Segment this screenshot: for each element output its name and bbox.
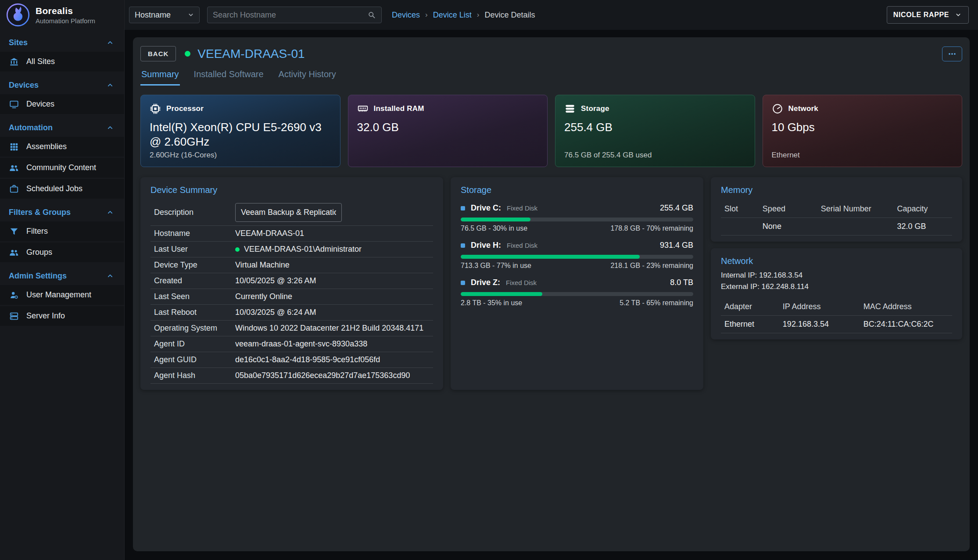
sidebar-section-sites[interactable]: Sites (0, 33, 124, 52)
hostname-filter-value: Hostname (135, 11, 171, 20)
drive-type: Fixed Disk (506, 279, 537, 286)
drive-usage-bar (461, 292, 693, 296)
sidebar-item-assemblies[interactable]: Assemblies (0, 137, 124, 157)
stat-cards-row: Processor Intel(R) Xeon(R) CPU E5-2690 v… (140, 95, 962, 167)
table-row: Description (150, 200, 433, 226)
chevron-up-icon (106, 208, 115, 217)
sidebar-section-devices[interactable]: Devices (0, 76, 124, 94)
row-value: Virtual Machine (235, 260, 290, 270)
sidebar-nav: Sites All Sites Devices Devices (0, 30, 124, 326)
back-button[interactable]: BACK (140, 46, 176, 61)
drive-usage-fill (461, 255, 640, 259)
sidebar-item-filters[interactable]: Filters (0, 221, 124, 241)
drive-usage-bar (461, 218, 693, 221)
borealis-logo-icon (6, 3, 30, 27)
topbar: Hostname Devices › Device List › Device … (125, 0, 978, 30)
sidebar-item-label: Filters (26, 227, 48, 236)
drive-icon (461, 206, 465, 210)
row-label: Agent GUID (154, 355, 235, 364)
brand-subtitle: Automation Platform (36, 17, 95, 25)
table-header-row: Adapter IP Address MAC Address (721, 298, 952, 316)
memory-card: Memory Slot Speed Serial Number Capacity (711, 177, 962, 242)
hostname-filter-select[interactable]: Hostname (129, 7, 200, 23)
row-value: veeam-draas-01-agent-svc-8930a338 (235, 339, 367, 349)
sidebar-item-server-info[interactable]: Server Info (0, 306, 124, 326)
page-title: VEEAM-DRAAS-01 (197, 47, 305, 61)
row-label: Agent ID (154, 339, 235, 349)
card-title: Device Summary (150, 185, 433, 195)
drive-size: 8.0 TB (670, 278, 693, 287)
app-root: Borealis Automation Platform Sites All S… (0, 0, 978, 560)
breadcrumb-separator: › (477, 11, 480, 19)
user-menu-label: NICOLE RAPPE (893, 11, 949, 19)
row-label: Last Seen (154, 292, 235, 301)
device-summary-table: Description Hostname VEEAM-DRAAS-01 Last… (150, 200, 433, 384)
community-icon (9, 163, 19, 173)
section-label: Admin Settings (9, 271, 67, 281)
row-value: VEEAM-DRAAS-01 (235, 229, 304, 238)
tab-summary[interactable]: Summary (140, 66, 180, 86)
drive-name: Drive C: (471, 203, 501, 213)
drive-size: 931.4 GB (660, 241, 693, 250)
user-menu-button[interactable]: NICOLE RAPPE (887, 6, 969, 24)
device-details-panel: BACK VEEAM-DRAAS-01 Summary Installed So… (133, 37, 970, 551)
stat-sub: 76.5 GB of 255.4 GB used (564, 151, 746, 160)
row-value: de16c0c1-8aa2-4d18-9585-9ce91cf056fd (235, 355, 380, 364)
card-title: Storage (461, 185, 693, 195)
row-label: Hostname (154, 229, 235, 238)
breadcrumb: Devices › Device List › Device Details (392, 11, 535, 20)
filter-icon (9, 227, 19, 236)
network-ip-summary: Internal IP: 192.168.3.54 External IP: 1… (721, 270, 952, 293)
tab-activity-history[interactable]: Activity History (278, 66, 337, 86)
sidebar-section-automation[interactable]: Automation (0, 118, 124, 137)
sidebar-item-devices[interactable]: Devices (0, 94, 124, 114)
tab-installed-software[interactable]: Installed Software (193, 66, 265, 86)
sidebar-item-label: Community Content (26, 163, 96, 172)
search-icon[interactable] (367, 11, 376, 19)
drive-usage-stats: 2.8 TB - 35% in use 5.2 TB - 65% remaini… (461, 299, 693, 307)
description-input[interactable] (235, 203, 342, 222)
brand-logo[interactable]: Borealis Automation Platform (0, 0, 124, 30)
row-label: Last Reboot (154, 308, 235, 317)
column-header: Speed (763, 204, 821, 214)
table-row: Last User VEEAM-DRAAS-01\Administrator (150, 242, 433, 257)
sidebar-section-filters-groups[interactable]: Filters & Groups (0, 203, 124, 221)
row-value: Windows 10 2022 Datacenter 21H2 Build 20… (235, 324, 423, 333)
sites-icon (9, 57, 19, 67)
scheduled-jobs-icon (9, 184, 19, 194)
external-ip: External IP: 162.248.8.114 (721, 281, 952, 292)
sidebar-item-user-management[interactable]: User Management (0, 285, 124, 305)
chevron-up-icon (106, 123, 115, 132)
sidebar-section-admin-settings[interactable]: Admin Settings (0, 267, 124, 285)
drive-type: Fixed Disk (507, 204, 537, 212)
column-header: IP Address (783, 302, 863, 311)
more-actions-button[interactable] (942, 46, 962, 61)
row-value: 10/03/2025 @ 6:24 AM (235, 308, 316, 317)
table-row: Created 10/05/2025 @ 3:26 AM (150, 273, 433, 289)
sidebar-item-community-content[interactable]: Community Content (0, 158, 124, 178)
row-label: Operating System (154, 324, 235, 333)
search-input[interactable] (213, 11, 367, 20)
breadcrumb-device-details: Device Details (484, 11, 535, 20)
sidebar-item-label: Devices (26, 100, 54, 109)
sidebar-item-all-sites[interactable]: All Sites (0, 52, 124, 71)
drive-icon (461, 243, 465, 248)
breadcrumb-device-list[interactable]: Device List (433, 11, 472, 20)
network-icon (772, 103, 783, 114)
main-content: BACK VEEAM-DRAAS-01 Summary Installed So… (125, 30, 978, 560)
drive-name: Drive H: (471, 241, 501, 250)
stat-value: Intel(R) Xeon(R) CPU E5-2690 v3 @ 2.60GH… (150, 120, 331, 151)
row-label: Created (154, 276, 235, 285)
breadcrumb-separator: › (425, 11, 428, 19)
page-title-row: BACK VEEAM-DRAAS-01 (140, 46, 962, 61)
chevron-up-icon (106, 271, 115, 280)
row-value: 10/05/2025 @ 3:26 AM (235, 276, 316, 285)
card-title: Network (721, 256, 952, 266)
sidebar-item-label: User Management (26, 290, 91, 300)
sidebar-item-scheduled-jobs[interactable]: Scheduled Jobs (0, 179, 124, 199)
column-header: Serial Number (821, 204, 897, 214)
sidebar-item-groups[interactable]: Groups (0, 243, 124, 262)
breadcrumb-devices[interactable]: Devices (392, 11, 420, 20)
drive-icon (461, 281, 465, 285)
stat-label: Installed RAM (374, 104, 424, 113)
